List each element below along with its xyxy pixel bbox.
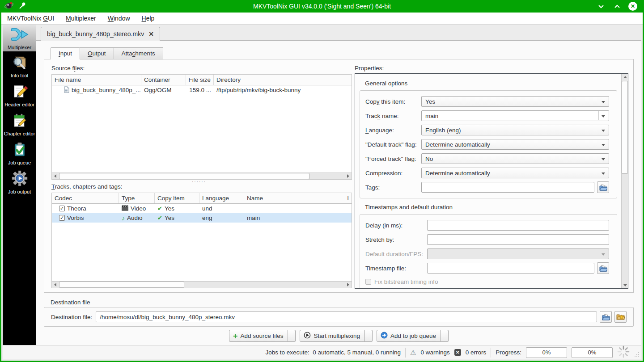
tracks-header[interactable]: Codec Type Copy item Language Name I <box>52 193 352 204</box>
add-to-job-queue-splitbutton: Add to job queue <box>377 330 449 342</box>
close-icon[interactable]: ✕ <box>628 2 637 11</box>
scrollbar-thumb[interactable] <box>59 173 309 179</box>
resize-grip[interactable] <box>634 352 640 358</box>
compression-combobox[interactable]: Determine automatically <box>421 168 609 178</box>
progress-value: 0% <box>588 349 597 356</box>
language-combobox[interactable]: English (eng) <box>421 125 609 135</box>
tags-input[interactable] <box>421 182 594 193</box>
scroll-up-icon[interactable] <box>622 74 628 80</box>
input-tab-frame: Source files: File name Container File s… <box>44 59 634 293</box>
copy-this-item-combobox[interactable]: Yes <box>421 96 609 107</box>
menu-help[interactable]: Help <box>142 15 155 22</box>
forced-track-flag-value: No <box>425 156 433 162</box>
stretch-by-input[interactable] <box>427 234 609 245</box>
col-copy-item[interactable]: Copy item <box>155 193 199 203</box>
col-file-name[interactable]: File name <box>52 75 141 85</box>
multiplexer-icon <box>11 26 29 44</box>
tracks-label: Tracks, chapters and tags: <box>51 183 123 190</box>
chevron-down-icon <box>602 158 605 160</box>
sidebar-item-header-editor[interactable]: Header editor <box>3 81 36 109</box>
track-name-combobox[interactable]: main <box>421 110 609 121</box>
source-files-hscrollbar[interactable] <box>52 173 352 179</box>
statusbar-separator <box>261 348 261 358</box>
tracks-hscrollbar[interactable] <box>52 281 352 288</box>
col-container[interactable]: Container <box>141 75 186 85</box>
destination-browse-button[interactable] <box>600 311 612 323</box>
timestamps-title: Timestamps and default duration <box>365 204 617 210</box>
source-files-table[interactable]: File name Container File size Directory <box>51 74 352 180</box>
menu-mkvtoolnix-gui[interactable]: MKVToolNix GUI <box>7 15 54 22</box>
language-value: English (eng) <box>425 127 461 134</box>
tab-attachments[interactable]: Attachments <box>114 47 163 59</box>
col-type[interactable]: Type <box>119 193 155 203</box>
source-file-row[interactable]: big_buck_bunny_480p_... Ogg/OGM 159.0 ..… <box>52 85 352 95</box>
menu-multiplexer[interactable]: Multiplexer <box>66 15 96 22</box>
tab-output[interactable]: Output <box>80 47 114 59</box>
destination-file-label: Destination file: <box>51 314 92 320</box>
copy-this-item-label: Copy this item: <box>365 98 421 105</box>
source-files-header[interactable]: File name Container File size Directory <box>52 75 352 85</box>
general-options-group: General options Copy this item: Yes <box>365 80 617 198</box>
tab-close-icon[interactable]: ✕ <box>148 30 154 38</box>
tags-browse-button[interactable] <box>597 181 609 193</box>
col-id-truncated[interactable]: I <box>311 193 352 203</box>
splitter-handle[interactable]: ······ <box>192 181 206 183</box>
col-language[interactable]: Language <box>199 193 244 203</box>
timestamps-group: Timestamps and default duration Delay (i… <box>365 204 617 289</box>
col-file-size[interactable]: File size <box>186 75 214 85</box>
scrollbar-thumb[interactable] <box>622 81 628 174</box>
start-multiplexing-button[interactable]: Start multiplexing <box>300 330 365 342</box>
delay-input[interactable] <box>427 220 609 231</box>
destination-file-input[interactable]: /home/mosu/dl/big_buck_bunny_480p_stereo… <box>96 311 597 322</box>
timestamp-file-input[interactable] <box>427 263 594 274</box>
chevron-down-icon <box>602 253 605 256</box>
track-checkbox[interactable]: ✓ <box>59 215 65 221</box>
scroll-left-icon[interactable] <box>52 282 59 288</box>
start-multiplexing-dropdown[interactable] <box>365 330 373 342</box>
track-row-vorbis[interactable]: ✓ Vorbis ♪ Audio ✔ Yes eng <box>52 213 352 223</box>
scrollbar-thumb[interactable] <box>59 282 184 288</box>
scroll-right-icon[interactable] <box>345 173 352 179</box>
play-icon <box>304 332 311 340</box>
delay-label: Delay (in ms): <box>365 222 427 229</box>
chevron-down-icon <box>602 130 605 132</box>
timestamp-file-browse-button[interactable] <box>597 262 609 274</box>
minimize-icon[interactable] <box>596 1 606 11</box>
maximize-icon[interactable] <box>612 1 622 11</box>
forced-track-flag-label: "Forced track" flag: <box>365 156 421 162</box>
video-icon <box>122 205 128 212</box>
sidebar-item-chapter-editor[interactable]: Chapter editor <box>3 110 36 138</box>
sidebar-item-multiplexer[interactable]: Multiplexer <box>3 25 36 51</box>
scroll-left-icon[interactable] <box>52 173 59 179</box>
menubar: MKVToolNix GUI Multiplexer Window Help <box>1 13 643 25</box>
track-checkbox[interactable]: ✓ <box>59 206 65 211</box>
add-to-job-queue-dropdown[interactable] <box>441 330 449 342</box>
properties-vscrollbar[interactable] <box>621 74 628 288</box>
add-source-files-button[interactable]: + Add source files <box>229 330 288 342</box>
sidebar-item-info-tool[interactable]: Info tool <box>3 53 36 80</box>
track-row-theora[interactable]: ✓ Theora <box>52 204 352 213</box>
menu-window[interactable]: Window <box>108 15 130 22</box>
default-track-flag-value: Determine automatically <box>425 141 490 148</box>
open-folder-icon <box>599 265 607 272</box>
scroll-down-icon[interactable] <box>622 282 628 288</box>
track-codec: Vorbis <box>67 215 84 221</box>
tab-input[interactable]: Input <box>51 47 80 59</box>
scroll-right-icon[interactable] <box>345 282 352 288</box>
col-codec[interactable]: Codec <box>52 193 119 203</box>
fix-bitstream-checkbox <box>365 279 371 285</box>
col-directory[interactable]: Directory <box>214 75 352 85</box>
default-track-flag-combobox[interactable]: Determine automatically <box>421 139 609 150</box>
add-source-files-dropdown[interactable] <box>288 330 296 342</box>
add-to-job-queue-button[interactable]: Add to job queue <box>377 330 441 342</box>
sidebar-item-job-output[interactable]: Job output <box>3 168 36 196</box>
forced-track-flag-combobox[interactable]: No <box>421 153 609 164</box>
file-tab[interactable]: big_buck_bunny_480p_stereo.mkv ✕ <box>41 27 160 41</box>
pin-icon[interactable] <box>18 1 26 11</box>
stretch-by-label: Stretch by: <box>365 236 427 243</box>
col-name[interactable]: Name <box>244 193 311 203</box>
sidebar-item-job-queue[interactable]: Job queue <box>3 139 36 167</box>
destination-favorites-button[interactable] <box>614 311 627 323</box>
info-tool-icon <box>11 55 28 72</box>
tracks-table[interactable]: Codec Type Copy item Language Name I ✓ T… <box>51 193 352 288</box>
